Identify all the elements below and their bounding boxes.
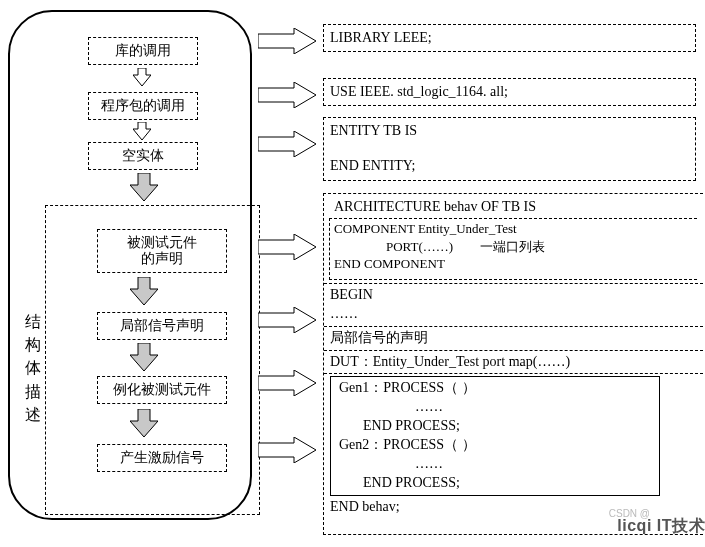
svg-marker-6 <box>258 28 316 54</box>
arrow-right-icon <box>258 82 316 108</box>
svg-marker-9 <box>258 234 316 260</box>
svg-marker-7 <box>258 82 316 108</box>
svg-marker-1 <box>133 122 151 140</box>
arrow-down-icon <box>130 173 158 201</box>
label: 的声明 <box>141 251 183 267</box>
arrow-down-icon <box>133 68 151 86</box>
svg-marker-2 <box>130 173 158 201</box>
label: 空实体 <box>122 148 164 164</box>
left-panel: 库的调用 程序包的调用 空实体 结构体描述 被测试元件 的声明 局部信号声明 例… <box>8 10 252 520</box>
box-library-call: 库的调用 <box>88 37 198 65</box>
arrow-right-icon <box>258 28 316 54</box>
label: 产生激励信号 <box>120 450 204 466</box>
code-line: PORT(……) <box>386 239 453 254</box>
code-line: COMPONENT Entity_Under_Test <box>334 220 693 238</box>
arrow-down-icon <box>133 122 151 140</box>
code-line: END ENTITY; <box>330 157 689 176</box>
arrow-down-icon <box>130 277 158 305</box>
label: 库的调用 <box>115 43 171 59</box>
code-line: BEGIN <box>330 284 697 305</box>
code-line: DUT：Entity_Under_Test port map(……) <box>330 353 697 372</box>
code-line: …… <box>339 398 651 417</box>
box-package-call: 程序包的调用 <box>88 92 198 120</box>
code-line: Gen2：PROCESS（ ） <box>339 436 651 455</box>
arrow-down-icon <box>130 343 158 371</box>
box-signal-decl: 局部信号声明 <box>97 312 227 340</box>
arrow-right-icon <box>258 307 316 333</box>
code-line: Gen1：PROCESS（ ） <box>339 379 651 398</box>
label: 程序包的调用 <box>101 98 185 114</box>
code-component-decl: COMPONENT Entity_Under_Test PORT(……) 一端口… <box>329 218 697 280</box>
code-line: …… <box>339 455 651 474</box>
arrow-down-icon <box>130 409 158 437</box>
svg-marker-11 <box>258 370 316 396</box>
code-line: LIBRARY LEEE; <box>330 30 432 45</box>
label: 结构体描述 <box>25 313 41 423</box>
svg-marker-8 <box>258 131 316 157</box>
arrow-right-icon <box>258 370 316 396</box>
label: 例化被测试元件 <box>113 382 211 398</box>
code-library: LIBRARY LEEE; <box>323 24 696 52</box>
svg-marker-4 <box>130 343 158 371</box>
code-entity: ENTITY TB IS END ENTITY; <box>323 117 696 181</box>
box-instantiate: 例化被测试元件 <box>97 376 227 404</box>
code-use: USE IEEE. std_logic_1164. all; <box>323 78 696 106</box>
arrow-right-icon <box>258 437 316 463</box>
code-line: USE IEEE. std_logic_1164. all; <box>330 84 508 99</box>
svg-marker-10 <box>258 307 316 333</box>
architecture-label: 结构体描述 <box>24 310 42 426</box>
code-line: ARCHITECTURE behav OF TB IS <box>330 198 697 217</box>
svg-marker-12 <box>258 437 316 463</box>
code-line: END PROCESS; <box>339 417 651 436</box>
arrow-right-icon <box>258 234 316 260</box>
label: 局部信号声明 <box>120 318 204 334</box>
svg-marker-5 <box>130 409 158 437</box>
watermark: licqi IT技术 <box>617 516 705 537</box>
code-line: 一端口列表 <box>456 239 545 254</box>
label: 被测试元件 <box>127 235 197 251</box>
code-architecture: ARCHITECTURE behav OF TB IS COMPONENT En… <box>323 193 703 535</box>
svg-marker-0 <box>133 68 151 86</box>
code-line: END PROCESS; <box>339 474 651 493</box>
arrow-right-icon <box>258 131 316 157</box>
code-line: 局部信号的声明 <box>330 329 697 348</box>
code-line: …… <box>330 305 697 324</box>
code-line: END COMPONENT <box>334 255 693 273</box>
box-component-decl: 被测试元件 的声明 <box>97 229 227 273</box>
code-line: ENTITY TB IS <box>330 122 689 141</box>
code-process-block: Gen1：PROCESS（ ） …… END PROCESS; Gen2：PRO… <box>330 376 660 495</box>
box-stimulus: 产生激励信号 <box>97 444 227 472</box>
box-empty-entity: 空实体 <box>88 142 198 170</box>
svg-marker-3 <box>130 277 158 305</box>
